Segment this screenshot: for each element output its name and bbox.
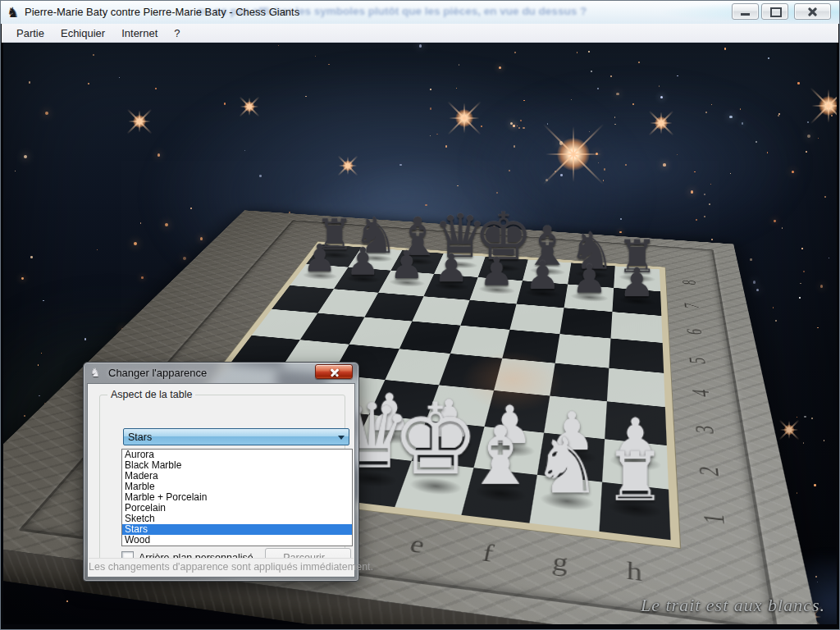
group-label: Aspect de la table [107, 389, 195, 400]
dialog-icon-knight: ♞ [90, 366, 101, 379]
list-item[interactable]: Wood [122, 535, 352, 546]
dialog-close-button[interactable] [315, 364, 353, 379]
white-rook-h1[interactable]: ♜ [584, 441, 686, 509]
list-item[interactable]: Stars [122, 524, 352, 535]
dialog-title-bar[interactable]: ♞ Changer l'apparence [84, 363, 358, 383]
turn-status-text: Le trait est aux blancs. [641, 595, 825, 616]
menu-item-partie[interactable]: Partie [8, 25, 52, 41]
minimize-icon [741, 13, 750, 16]
maximize-icon [770, 7, 782, 17]
menu-bar: PartieEchiquierInternet? [2, 24, 838, 43]
window-title: Pierre-Marie Baty contre Pierre-Marie Ba… [25, 6, 299, 18]
menu-item-help[interactable]: ? [166, 25, 188, 41]
maximize-button[interactable] [761, 3, 788, 20]
dialog-status-text: Les changements d'apparence sont appliqu… [89, 558, 354, 576]
app-window: ou ne pas afficher les symboles plutôt q… [0, 0, 840, 630]
combobox-value: Stars [128, 431, 152, 443]
app-icon-knight[interactable]: ♞ [7, 4, 19, 21]
list-item[interactable]: Porcelain [122, 503, 352, 514]
table-aspect-combobox[interactable]: Stars [123, 428, 349, 445]
appearance-dialog: ♞ Changer l'apparence Aspect de la table… [83, 362, 359, 582]
menu-item-echiquier[interactable]: Echiquier [52, 25, 113, 41]
dialog-body: Aspect de la table Stars AuroraBlack Mar… [87, 383, 355, 578]
minimize-button[interactable] [732, 3, 759, 20]
chevron-down-icon[interactable] [334, 429, 349, 445]
table-aspect-group: Aspect de la table Stars AuroraBlack Mar… [99, 395, 345, 560]
close-button[interactable] [794, 3, 831, 20]
appearance-list: AuroraBlack MarbleMaderaMarbleMarble + P… [121, 449, 353, 546]
title-bar[interactable]: ou ne pas afficher les symboles plutôt q… [1, 1, 839, 24]
dialog-title: Changer l'apparence [108, 367, 207, 379]
menu-item-internet[interactable]: Internet [113, 25, 166, 41]
list-item[interactable]: Sketch [122, 514, 352, 524]
window-controls [732, 3, 831, 20]
list-item[interactable]: Madera [122, 471, 352, 482]
